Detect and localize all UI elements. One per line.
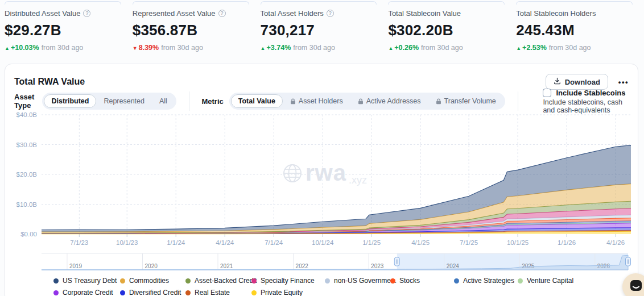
- y-axis-tick-label: $0.00: [20, 231, 37, 237]
- x-axis-tick-label: 1/1/25: [362, 239, 381, 246]
- x-axis-tick-label: 10/1/24: [312, 239, 334, 246]
- stat-label-text: Represented Asset Value: [133, 9, 216, 18]
- legend-item-specialty-finance[interactable]: Specialty Finance: [251, 277, 325, 285]
- legend-dot: [53, 278, 59, 284]
- info-icon[interactable]: ?: [327, 10, 334, 17]
- legend-item-active-strategies[interactable]: Active Strategies: [454, 277, 518, 285]
- delta-up-icon: ▲: [261, 45, 266, 51]
- legend-label: Corporate Credit: [63, 289, 113, 296]
- watermark-text: rwa: [306, 160, 346, 185]
- legend-dot: [390, 278, 395, 284]
- legend-dot: [120, 290, 125, 295]
- legend-item-real-estate[interactable]: Real Estate: [185, 289, 251, 296]
- delta-suffix: from 30d ago: [42, 44, 84, 52]
- segment-option-label: Transfer Volume: [444, 97, 496, 105]
- download-button[interactable]: Download: [546, 74, 608, 90]
- legend-item-stocks[interactable]: Stocks: [390, 277, 454, 285]
- legend-dot: [120, 278, 125, 284]
- legend-item-commodities[interactable]: Commodities: [120, 277, 185, 285]
- legend-label: non-US Governme...: [334, 277, 397, 285]
- brush-year-label: 2019: [69, 263, 82, 269]
- info-icon[interactable]: ?: [83, 10, 90, 17]
- segment-option-asset-holders[interactable]: Asset Holders: [283, 94, 350, 108]
- lock-icon: [290, 98, 296, 105]
- chat-bubble-icon: [629, 278, 643, 295]
- delta-percent: 8.39%: [139, 44, 159, 52]
- segment-option-total-value[interactable]: Total Value: [231, 94, 283, 108]
- brush-year-label: 2024: [447, 263, 460, 269]
- asset-type-label: Asset Type: [14, 93, 36, 110]
- stat-card-top-border: [133, 1, 249, 5]
- legend-dot: [251, 290, 257, 295]
- delta-percent: +10.03%: [11, 44, 39, 52]
- brush-year-label: 2023: [371, 263, 384, 269]
- stat-label-text: Total Stablecoin Holders: [516, 9, 596, 18]
- stat-delta: ▲+3.74%from 30d ago: [261, 44, 377, 52]
- x-axis-tick-label: 10/1/25: [507, 239, 529, 246]
- legend-item-venture-capital[interactable]: Venture Capital: [518, 277, 573, 285]
- total-rwa-value-card: Total RWA Value Download ••• Asset Type …: [5, 64, 638, 296]
- segment-option-distributed[interactable]: Distributed: [44, 94, 96, 108]
- legend-item-diversified-credit[interactable]: Diversified Credit: [120, 289, 185, 296]
- legend-label: Active Strategies: [463, 277, 514, 285]
- x-axis-tick-label: 7/1/23: [70, 239, 88, 246]
- stat-card: Total Stablecoin Value$302.20B▲+0.26%fro…: [388, 0, 516, 52]
- delta-down-icon: ▼: [133, 45, 138, 51]
- chart-controls: Asset Type DistributedRepresentedAll Met…: [14, 91, 629, 111]
- y-axis-tick-label: $30.0B: [16, 141, 38, 148]
- download-button-label: Download: [565, 78, 600, 86]
- stat-card: Total Asset Holders?730,217▲+3.74%from 3…: [261, 0, 389, 52]
- stat-card: Total Stablecoin Holders245.43M▲+2.53%fr…: [516, 0, 644, 52]
- legend-dot: [251, 278, 257, 284]
- stat-card-top-border: [388, 1, 505, 5]
- x-axis-tick-label: 4/1/26: [606, 239, 625, 246]
- legend-item-asset-backed-credit[interactable]: Asset-Backed Credit: [185, 277, 251, 285]
- stat-card: Distributed Asset Value?$29.27B▲+10.03%f…: [5, 0, 133, 52]
- stat-card-top-border: [516, 1, 633, 5]
- brush-year-label: 2020: [145, 263, 158, 269]
- legend-label: Specialty Finance: [261, 277, 315, 285]
- card-header: Total RWA Value Download •••: [14, 73, 630, 90]
- legend-item-private-equity[interactable]: Private Equity: [251, 289, 325, 296]
- legend-label: Venture Capital: [527, 277, 573, 285]
- stat-label: Total Stablecoin Value: [388, 9, 505, 18]
- segment-option-label: All: [159, 97, 167, 105]
- x-axis-tick-label: 1/1/24: [167, 239, 185, 246]
- include-stablecoins-checkbox[interactable]: [543, 89, 551, 97]
- segment-option-represented[interactable]: Represented: [96, 94, 152, 108]
- controls-divider: [189, 91, 189, 111]
- stacked-area-chart[interactable]: $40.0B$30.0B$20.0B$10.0B$0.007/1/2310/1/…: [5, 110, 639, 252]
- legend-item-corporate-credit[interactable]: Corporate Credit: [53, 289, 120, 296]
- legend-item-us-treasury-debt[interactable]: US Treasury Debt: [53, 277, 120, 285]
- delta-suffix: from 30d ago: [161, 44, 203, 52]
- metric-label: Metric: [201, 97, 223, 106]
- stat-card-top-border: [5, 1, 121, 5]
- header-actions: Download •••: [546, 74, 630, 90]
- x-axis-tick-label: 4/1/25: [411, 239, 430, 246]
- brush-year-label: 2021: [220, 263, 233, 269]
- segment-option-transfer-volume[interactable]: Transfer Volume: [428, 94, 503, 108]
- delta-up-icon: ▲: [5, 45, 10, 51]
- legend-label: Diversified Credit: [129, 289, 181, 296]
- timeline-brush[interactable]: 20192020202120222023202420252026: [5, 252, 639, 272]
- asset-type-segmented-control: DistributedRepresentedAll: [42, 93, 176, 110]
- download-icon: [554, 77, 561, 86]
- segment-option-label: Distributed: [51, 97, 89, 105]
- brush-handle-left[interactable]: [394, 257, 399, 266]
- info-icon[interactable]: ?: [218, 10, 226, 17]
- segment-option-all[interactable]: All: [152, 94, 175, 108]
- stat-value: 730,217: [261, 22, 377, 39]
- stat-value: $29.27B: [5, 22, 121, 39]
- legend-label: Asset-Backed Credit: [195, 277, 257, 285]
- more-menu-button[interactable]: •••: [617, 76, 630, 89]
- legend-label: US Treasury Debt: [63, 277, 117, 285]
- stat-label: Represented Asset Value?: [133, 9, 249, 18]
- stats-row: Distributed Asset Value?$29.27B▲+10.03%f…: [5, 0, 644, 52]
- segment-option-active-addresses[interactable]: Active Addresses: [350, 94, 428, 108]
- legend-item-non-us-governme-[interactable]: non-US Governme...: [325, 277, 390, 285]
- y-axis-tick-label: $40.0B: [16, 111, 38, 118]
- brush-handle-right[interactable]: [626, 257, 631, 266]
- y-axis-tick-label: $10.0B: [16, 201, 38, 208]
- segment-option-label: Total Value: [238, 97, 275, 105]
- stat-label: Total Stablecoin Holders: [516, 9, 633, 18]
